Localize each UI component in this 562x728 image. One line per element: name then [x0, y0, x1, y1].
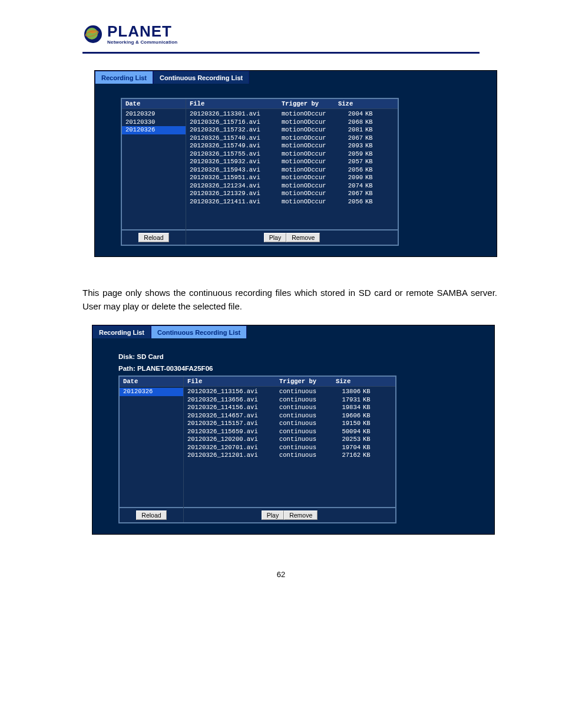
reload-button-2[interactable]: Reload — [136, 510, 166, 520]
disk-label: Disk: SD Card — [118, 353, 482, 362]
tab-continuous-recording-list[interactable]: Continuous Recording List — [153, 71, 249, 84]
date-item[interactable]: 20120329 — [122, 110, 186, 118]
file-row[interactable]: 20120326_115732.avimotionODccur2081KB — [186, 126, 398, 134]
path-label: Path: PLANET-00304FA25F06 — [118, 364, 482, 374]
date-item[interactable]: 20120326 — [122, 126, 186, 134]
file-grid-2: Date 20120326 Reload File Trigger by Siz… — [118, 375, 396, 523]
file-row[interactable]: 20120326_120701.avicontinuous19704KB — [184, 444, 395, 452]
file-row[interactable]: 20120326_115659.avicontinuous50094KB — [184, 428, 395, 436]
col-header-date-2: Date — [120, 377, 183, 387]
svg-point-1 — [86, 28, 98, 39]
file-list-2[interactable]: 20120326_113156.avicontinuous13806KB2012… — [184, 387, 395, 507]
col-header-date: Date — [122, 99, 186, 109]
file-row[interactable]: 20120326_121329.avimotionODccur2067KB — [186, 190, 398, 198]
page-header: PLANET Networking & Communication — [0, 24, 562, 50]
date-list-2[interactable]: 20120326 — [120, 387, 183, 507]
page-number: 62 — [0, 570, 562, 579]
date-list[interactable]: 201203292012033020120326 — [122, 109, 186, 229]
file-row[interactable]: 20120326_115951.avimotionODccur2090KB — [186, 174, 398, 182]
file-row[interactable]: 20120326_113301.avimotionODccur2004KB — [186, 110, 398, 118]
file-row[interactable]: 20120326_114657.avicontinuous19606KB — [184, 412, 395, 420]
file-list[interactable]: 20120326_113301.avimotionODccur2004KB201… — [186, 109, 398, 229]
brand-tagline: Networking & Communication — [107, 40, 177, 45]
file-row[interactable]: 20120326_115716.avimotionODccur2068KB — [186, 118, 398, 127]
col-header-files-2: File Trigger by Size — [184, 377, 395, 387]
brand-name: PLANET — [107, 24, 177, 39]
date-item[interactable]: 20120326 — [120, 388, 183, 396]
recording-panel-2: Recording List Continuous Recording List… — [92, 325, 495, 535]
file-row[interactable]: 20120326_115749.avimotionODccur2093KB — [186, 142, 398, 150]
file-row[interactable]: 20120326_121234.avimotionODccur2074KB — [186, 182, 398, 190]
tab-recording-list[interactable]: Recording List — [95, 71, 153, 84]
description-paragraph: This page only shows the continuous reco… — [82, 286, 497, 313]
remove-button-2[interactable]: Remove — [284, 510, 318, 520]
recording-panel-1: Recording List Continuous Recording List… — [94, 70, 497, 257]
tab-recording-list-2[interactable]: Recording List — [92, 325, 151, 338]
globe-icon — [82, 24, 104, 45]
tab-continuous-recording-list-2[interactable]: Continuous Recording List — [151, 325, 247, 338]
reload-button[interactable]: Reload — [138, 233, 168, 242]
remove-button[interactable]: Remove — [286, 233, 320, 242]
brand-logo: PLANET Networking & Communication — [82, 24, 562, 45]
file-row[interactable]: 20120326_121411.avimotionODccur2056KB — [186, 198, 398, 206]
header-rule — [82, 52, 480, 54]
file-row[interactable]: 20120326_113656.avicontinuous17931KB — [184, 396, 395, 404]
file-row[interactable]: 20120326_115157.avicontinuous19150KB — [184, 420, 395, 428]
file-row[interactable]: 20120326_115740.avimotionODccur2067KB — [186, 134, 398, 143]
tabs-row-2: Recording List Continuous Recording List — [92, 325, 494, 338]
file-row[interactable]: 20120326_121201.avicontinuous27162KB — [184, 452, 395, 460]
file-row[interactable]: 20120326_113156.avicontinuous13806KB — [184, 388, 395, 396]
file-row[interactable]: 20120326_120200.avicontinuous20253KB — [184, 436, 395, 444]
play-button-2[interactable]: Play — [262, 510, 284, 520]
file-row[interactable]: 20120326_114156.avicontinuous19834KB — [184, 404, 395, 412]
file-row[interactable]: 20120326_115943.avimotionODccur2056KB — [186, 166, 398, 174]
date-item[interactable]: 20120330 — [122, 118, 186, 127]
file-row[interactable]: 20120326_115755.avimotionODccur2059KB — [186, 150, 398, 159]
col-header-files: File Trigger by Size — [186, 99, 398, 109]
file-grid: Date 201203292012033020120326 Reload Fil… — [121, 98, 399, 246]
file-row[interactable]: 20120326_115932.avimotionODccur2057KB — [186, 158, 398, 166]
tabs-row: Recording List Continuous Recording List — [95, 71, 497, 84]
play-button[interactable]: Play — [264, 233, 286, 242]
